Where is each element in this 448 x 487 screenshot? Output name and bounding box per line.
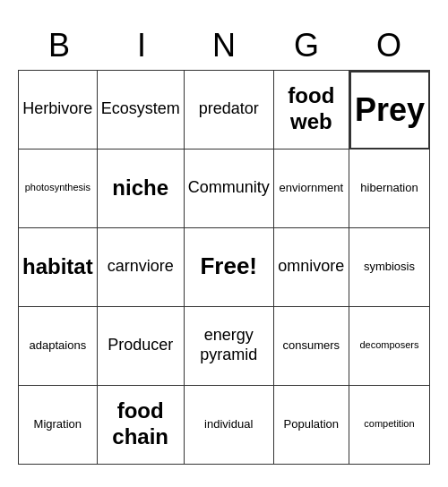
cell-text-r1-c1: niche xyxy=(112,175,168,201)
cell-text-r1-c0: photosynthesis xyxy=(25,182,90,193)
bingo-cell-r2-c0: habitat xyxy=(19,228,98,307)
bingo-cell-r1-c0: photosynthesis xyxy=(19,150,98,228)
cell-text-r0-c3: food web xyxy=(278,83,345,135)
cell-text-r2-c3: omnivore xyxy=(278,257,344,277)
bingo-cell-r3-c3: consumers xyxy=(274,307,349,386)
bingo-cell-r3-c4: decomposers xyxy=(349,307,430,386)
bingo-cell-r3-c0: adaptaions xyxy=(19,307,98,386)
cell-text-r2-c0: habitat xyxy=(22,254,93,280)
cell-text-r3-c2: energy pyramid xyxy=(188,326,270,364)
cell-text-r3-c1: Producer xyxy=(108,336,173,355)
bingo-cell-r4-c3: Population xyxy=(274,386,349,465)
bingo-cell-r2-c2: Free! xyxy=(185,228,274,307)
bingo-cell-r4-c4: competition xyxy=(349,386,430,465)
bingo-cell-r4-c1: food chain xyxy=(98,386,185,465)
cell-text-r4-c1: food chain xyxy=(101,398,180,450)
bingo-cell-r0-c0: Herbivore xyxy=(19,71,98,150)
bingo-cell-r1-c4: hibernation xyxy=(349,150,430,228)
cell-text-r0-c2: predator xyxy=(199,99,259,119)
bingo-cell-r4-c0: Migration xyxy=(19,386,98,465)
cell-text-r4-c4: competition xyxy=(364,418,414,430)
cell-text-r3-c4: decomposers xyxy=(359,339,418,351)
cell-text-r1-c4: hibernation xyxy=(360,181,418,195)
bingo-cell-r2-c4: symbiosis xyxy=(349,228,430,307)
cell-text-r4-c2: individual xyxy=(204,417,253,431)
cell-text-r2-c2: Free! xyxy=(200,252,257,280)
bingo-card: BINGO HerbivoreEcosystempredatorfood web… xyxy=(9,14,439,474)
bingo-header: BINGO xyxy=(18,23,430,68)
bingo-cell-r0-c1: Ecosystem xyxy=(98,71,185,150)
cell-text-r4-c0: Migration xyxy=(34,417,82,431)
cell-text-r0-c0: Herbivore xyxy=(22,99,92,119)
header-letter-I: I xyxy=(100,23,183,68)
header-letter-O: O xyxy=(348,23,430,68)
bingo-grid: HerbivoreEcosystempredatorfood webPreyph… xyxy=(18,70,430,465)
cell-text-r0-c1: Ecosystem xyxy=(101,99,180,119)
bingo-cell-r2-c1: carnviore xyxy=(98,228,185,307)
header-letter-N: N xyxy=(183,23,265,68)
cell-text-r4-c3: Population xyxy=(284,417,339,431)
bingo-cell-r1-c3: enviornment xyxy=(274,150,349,228)
cell-text-r0-c4: Prey xyxy=(355,90,425,129)
bingo-cell-r2-c3: omnivore xyxy=(274,228,349,307)
cell-text-r1-c2: Community xyxy=(188,178,270,198)
bingo-cell-r0-c4: Prey xyxy=(349,71,430,150)
cell-text-r3-c0: adaptaions xyxy=(30,338,87,353)
bingo-cell-r0-c2: predator xyxy=(185,71,274,150)
bingo-cell-r0-c3: food web xyxy=(274,71,349,150)
bingo-cell-r3-c1: Producer xyxy=(98,307,185,386)
header-letter-G: G xyxy=(265,23,348,68)
cell-text-r2-c1: carnviore xyxy=(108,257,174,277)
header-letter-B: B xyxy=(18,23,100,68)
bingo-cell-r3-c2: energy pyramid xyxy=(185,307,274,386)
cell-text-r3-c3: consumers xyxy=(283,338,340,353)
cell-text-r2-c4: symbiosis xyxy=(364,260,415,274)
bingo-cell-r4-c2: individual xyxy=(185,386,274,465)
bingo-cell-r1-c2: Community xyxy=(185,150,274,228)
cell-text-r1-c3: enviornment xyxy=(280,181,344,195)
bingo-cell-r1-c1: niche xyxy=(98,150,185,228)
